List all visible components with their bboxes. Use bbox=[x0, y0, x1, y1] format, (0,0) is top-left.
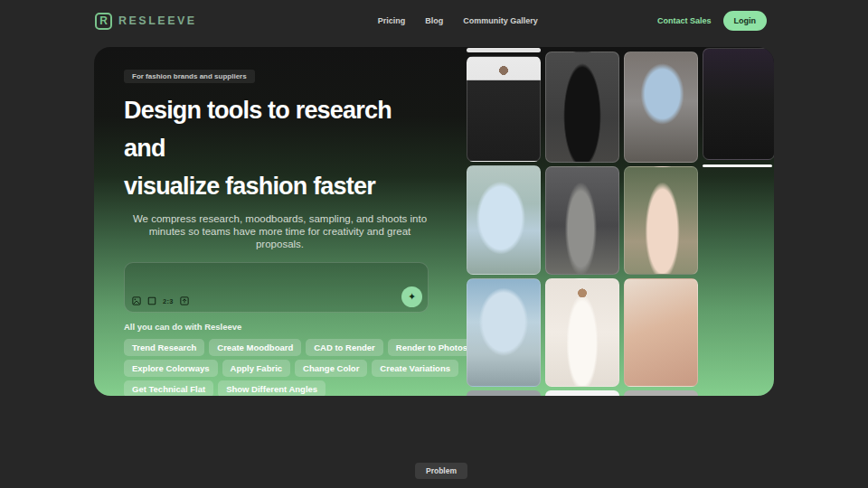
tag-apply-fabric[interactable]: Apply Fabric bbox=[222, 360, 291, 377]
tag-change-color[interactable]: Change Color bbox=[295, 360, 367, 377]
audience-badge: For fashion brands and suppliers bbox=[124, 70, 255, 83]
contact-sales-link[interactable]: Contact Sales bbox=[657, 16, 712, 25]
nav-links: Pricing Blog Community Gallery bbox=[378, 16, 538, 25]
nav-link-pricing[interactable]: Pricing bbox=[378, 16, 406, 25]
prompt-toolbar: 2:3 bbox=[132, 296, 189, 305]
hero-card: For fashion brands and suppliers Design … bbox=[94, 47, 774, 396]
nav-right: Contact Sales Login bbox=[657, 11, 767, 31]
gallery-image-partial bbox=[545, 390, 619, 396]
gallery-image bbox=[624, 278, 698, 387]
tag-row-3: Get Technical Flat Show Different Angles bbox=[124, 380, 436, 396]
tag-trend-research[interactable]: Trend Research bbox=[124, 339, 204, 356]
page-title-line2: visualize fashion faster bbox=[124, 167, 436, 205]
hero-content: For fashion brands and suppliers Design … bbox=[124, 66, 436, 396]
aspect-frame-icon[interactable] bbox=[147, 296, 156, 305]
tag-row-2: Explore Colorways Apply Fabric Change Co… bbox=[124, 360, 436, 377]
gallery-image bbox=[545, 278, 619, 387]
gallery-image-partial bbox=[467, 390, 541, 396]
tag-get-technical-flat[interactable]: Get Technical Flat bbox=[124, 380, 213, 396]
tag-explore-colorways[interactable]: Explore Colorways bbox=[124, 360, 218, 377]
gallery-image bbox=[545, 166, 619, 275]
add-image-icon[interactable] bbox=[132, 296, 141, 305]
gallery-image bbox=[467, 165, 541, 274]
gallery-image-partial bbox=[467, 48, 541, 52]
gallery-column-3 bbox=[624, 47, 698, 396]
community-image-gallery bbox=[467, 47, 774, 396]
gallery-column-2 bbox=[545, 47, 619, 396]
nav-link-community-gallery[interactable]: Community Gallery bbox=[463, 16, 538, 25]
gallery-image bbox=[624, 52, 698, 163]
aspect-ratio-selector[interactable]: 2:3 bbox=[163, 297, 174, 305]
tag-create-moodboard[interactable]: Create Moodboard bbox=[209, 339, 301, 356]
top-nav: R RESLEEVE Pricing Blog Community Galler… bbox=[0, 0, 868, 42]
gallery-image bbox=[624, 166, 698, 275]
generate-button[interactable]: ✦ bbox=[401, 286, 422, 307]
tag-show-different-angles[interactable]: Show Different Angles bbox=[218, 380, 326, 396]
brand-logo[interactable]: R RESLEEVE bbox=[95, 13, 197, 30]
gallery-column-1 bbox=[467, 47, 541, 396]
login-button[interactable]: Login bbox=[723, 11, 768, 31]
resleeve-logo-icon: R bbox=[95, 13, 112, 30]
gallery-image-partial bbox=[624, 390, 698, 396]
gallery-image-partial bbox=[703, 164, 772, 167]
section-label-problem: Problem bbox=[415, 463, 467, 479]
gallery-image bbox=[703, 48, 774, 160]
gallery-image bbox=[467, 278, 541, 387]
hero-subtitle: We compress research, moodboards, sampli… bbox=[124, 212, 436, 250]
reference-image-icon[interactable] bbox=[180, 296, 189, 305]
brand-name: RESLEEVE bbox=[118, 14, 197, 27]
page-title: Design tools to research and visualize f… bbox=[124, 91, 436, 205]
gallery-image bbox=[545, 52, 619, 163]
capabilities-tags: Trend Research Create Moodboard CAD to R… bbox=[124, 339, 436, 396]
tag-cad-to-render[interactable]: CAD to Render bbox=[306, 339, 383, 356]
tag-create-variations[interactable]: Create Variations bbox=[372, 360, 458, 377]
page-title-line1: Design tools to research and bbox=[124, 91, 436, 167]
tag-row-1: Trend Research Create Moodboard CAD to R… bbox=[124, 339, 436, 356]
nav-link-blog[interactable]: Blog bbox=[425, 16, 443, 25]
capabilities-label: All you can do with Resleeve bbox=[124, 322, 436, 332]
gallery-image bbox=[467, 56, 541, 162]
prompt-box[interactable]: 2:3 ✦ bbox=[124, 262, 429, 313]
gallery-column-4 bbox=[703, 47, 774, 396]
